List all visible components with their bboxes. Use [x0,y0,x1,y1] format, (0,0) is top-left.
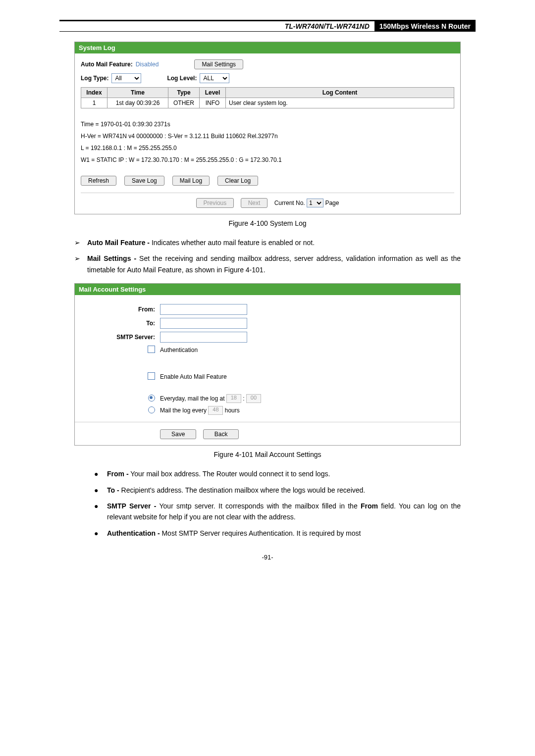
mail-settings-text: Set the receiving and sending mailbox ad… [87,254,461,273]
th-type: Type [168,88,200,98]
doc-header: TL-WR740N/TL-WR741ND 150Mbps Wireless N … [59,20,476,32]
bullet-icon: ● [94,468,102,479]
cell-index: 1 [81,98,107,108]
smtp-input[interactable] [160,332,247,343]
info-ver: H-Ver = WR741N v4 00000000 : S-Ver = 3.1… [81,130,454,142]
doc-item-mail-settings: ➢ Mail Settings - Set the receiving and … [74,253,461,275]
info-time: Time = 1970-01-01 0:39:30 2371s [81,118,454,130]
page-number: -91- [59,554,476,561]
interval-radio[interactable] [148,406,155,413]
table-header-row: Index Time Type Level Log Content [81,88,454,98]
bullet-auth: ● Authentication - Most SMTP Server requ… [94,528,461,539]
to-text: Recipient's address. The destination mai… [119,486,366,494]
interval-label: Mail the log every [160,407,207,414]
auth-label: Authentication [160,347,198,353]
smtp-label: SMTP Server: [81,334,160,341]
log-button-row: Refresh Save Log Mail Log Clear Log [81,176,454,186]
previous-button[interactable]: Previous [196,198,234,208]
bullet-smtp: ● SMTP Server - Your smtp server. It cor… [94,501,461,523]
smtp-bold: SMTP Server - [107,502,156,510]
clear-log-button[interactable]: Clear Log [217,176,258,186]
from-ref-bold: From [361,502,378,510]
doc-bullets: ● From - Your mail box address. The Rout… [94,468,461,539]
bullet-to: ● To - Recipient's address. The destinat… [94,485,461,496]
mail-settings-button[interactable]: Mail Settings [194,59,243,69]
cell-content: User clear system log. [226,98,454,108]
system-log-panel: System Log Auto Mail Feature: Disabled M… [74,42,461,214]
minute-input[interactable]: 00 [246,394,261,403]
interval-hours-input[interactable]: 48 [208,406,223,415]
info-lan: L = 192.168.0.1 : M = 255.255.255.0 [81,142,454,154]
next-button[interactable]: Next [241,198,268,208]
auto-mail-value: Disabled [136,61,159,68]
enable-label: Enable Auto Mail Feature [160,373,227,380]
save-button[interactable]: Save [160,429,196,439]
doc-item-auto-mail: ➢ Auto Mail Feature - Indicates whether … [74,237,461,248]
from-label: From: [81,306,160,313]
pager: Previous Next Current No. 1 Page [81,193,454,208]
from-input[interactable] [160,304,247,315]
mail-buttons: Save Back [81,429,454,439]
auth-checkbox[interactable] [148,346,155,353]
th-level: Level [200,88,226,98]
auto-mail-label: Auto Mail Feature: [81,61,133,68]
mail-account-panel: Mail Account Settings From: To: SMTP Ser… [74,283,461,446]
to-label: To: [81,320,160,327]
hour-input[interactable]: 18 [226,394,241,403]
cell-type: OTHER [168,98,200,108]
filter-row: Log Type: All Log Level: ALL [81,73,454,83]
page-select[interactable]: 1 [307,199,323,207]
bullet-icon: ● [94,501,102,523]
auto-mail-row: Auto Mail Feature: Disabled Mail Setting… [81,59,454,69]
table-row: 1 1st day 00:39:26 OTHER INFO User clear… [81,98,454,108]
figure-caption-101: Figure 4-101 Mail Account Settings [59,451,476,458]
bullet-from: ● From - Your mail box address. The Rout… [94,468,461,479]
to-input[interactable] [160,318,247,329]
auto-mail-text: Indicates whether auto mail feature is e… [150,239,315,247]
auth-row: Authentication [81,346,454,354]
back-button[interactable]: Back [203,429,239,439]
smtp-text: Your smtp server. It corresponds with th… [156,502,361,510]
info-wan: W1 = STATIC IP : W = 172.30.70.170 : M =… [81,154,454,166]
log-type-select[interactable]: All [111,73,141,83]
from-text: Your mail box address. The Router would … [129,470,330,478]
interval-row: Mail the log every 48 hours [81,406,454,415]
from-bold: From - [107,470,129,478]
mail-settings-bold: Mail Settings - [87,254,136,262]
enable-auto-mail-checkbox[interactable] [148,372,155,380]
auth-text: Most SMTP Server requires Authentication… [160,529,361,537]
smtp-row: SMTP Server: [81,332,454,343]
bullet-icon: ● [94,485,102,496]
cell-level: INFO [200,98,226,108]
auth-bold: Authentication - [107,529,160,537]
th-index: Index [81,88,107,98]
enable-row: Enable Auto Mail Feature [81,372,454,381]
to-bold: To - [107,486,119,494]
arrow-marker-icon: ➢ [74,253,82,275]
log-type-label: Log Type: [81,75,108,82]
to-row: To: [81,318,454,329]
panel-title-mail: Mail Account Settings [75,284,460,295]
cell-time: 1st day 00:39:26 [107,98,168,108]
refresh-button[interactable]: Refresh [81,176,116,186]
log-table: Index Time Type Level Log Content 1 1st … [81,87,454,108]
current-no-label: Current No. [274,200,305,206]
log-level-select[interactable]: ALL [200,73,229,83]
save-log-button[interactable]: Save Log [124,176,164,186]
hours-label: hours [225,407,240,414]
figure-caption-100: Figure 4-100 System Log [59,219,476,227]
tagline-text: 150Mbps Wireless N Router [374,21,476,32]
doc-list-top: ➢ Auto Mail Feature - Indicates whether … [74,237,461,275]
model-text: TL-WR740N/TL-WR741ND [282,21,373,31]
log-level-label: Log Level: [167,75,197,82]
auto-mail-bold: Auto Mail Feature - [87,239,150,247]
from-row: From: [81,304,454,315]
bullet-icon: ● [94,528,102,539]
mail-log-button[interactable]: Mail Log [172,176,210,186]
panel-title-syslog: System Log [75,42,460,53]
arrow-marker-icon: ➢ [74,237,82,248]
system-info: Time = 1970-01-01 0:39:30 2371s H-Ver = … [81,118,454,166]
everyday-label: Everyday, mail the log at [160,395,225,402]
everyday-radio[interactable] [148,395,155,402]
th-time: Time [107,88,168,98]
